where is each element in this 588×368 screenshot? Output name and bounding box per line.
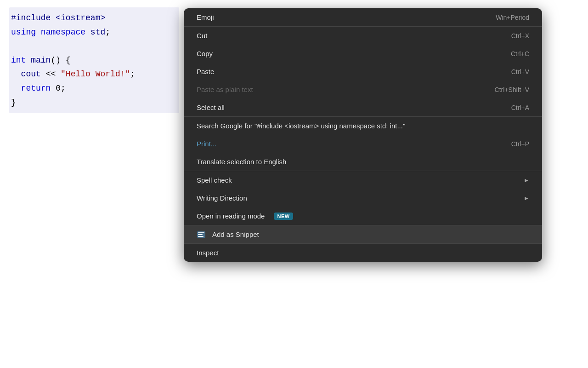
submenu-arrow-writing: ► [524, 195, 529, 201]
menu-item-select-all[interactable]: Select all Ctrl+A [184, 98, 542, 116]
menu-item-paste-plain: Paste as plain text Ctrl+Shift+V [184, 80, 542, 98]
menu-item-translate[interactable]: Translate selection to English [184, 153, 542, 171]
svg-rect-1 [198, 232, 204, 233]
menu-item-cut[interactable]: Cut Ctrl+X [184, 27, 542, 45]
menu-section-emoji: Emoji Win+Period [184, 8, 542, 27]
menu-section-snippet: Add as Snippet [184, 225, 542, 244]
menu-item-inspect[interactable]: Inspect [184, 244, 542, 262]
menu-item-emoji-label: Emoji [197, 13, 214, 21]
menu-section-tools: Spell check ► Writing Direction ► Open i… [184, 171, 542, 225]
menu-item-reading-mode[interactable]: Open in reading mode NEW [184, 207, 542, 225]
svg-rect-3 [198, 236, 204, 237]
code-block: #include <iostream> using namespace std;… [9, 7, 179, 113]
menu-item-search-google[interactable]: Search Google for "#include <iostream> u… [184, 117, 542, 135]
submenu-arrow-spell: ► [524, 177, 529, 184]
menu-section-inspect: Inspect [184, 244, 542, 262]
menu-item-spell-check[interactable]: Spell check ► [184, 171, 542, 189]
menu-item-copy[interactable]: Copy Ctrl+C [184, 45, 542, 63]
menu-item-paste[interactable]: Paste Ctrl+V [184, 63, 542, 80]
menu-item-print[interactable]: Print... Ctrl+P [184, 135, 542, 153]
menu-item-add-snippet[interactable]: Add as Snippet [184, 225, 542, 243]
menu-section-clipboard: Cut Ctrl+X Copy Ctrl+C Paste Ctrl+V Past… [184, 27, 542, 117]
menu-item-writing-direction[interactable]: Writing Direction ► [184, 189, 542, 207]
context-menu: Emoji Win+Period Cut Ctrl+X Copy Ctrl+C … [184, 8, 542, 262]
menu-item-emoji[interactable]: Emoji Win+Period [184, 8, 542, 26]
new-badge: NEW [274, 213, 293, 220]
snippet-icon [197, 231, 206, 238]
svg-rect-2 [198, 234, 203, 235]
menu-section-search: Search Google for "#include <iostream> u… [184, 117, 542, 171]
